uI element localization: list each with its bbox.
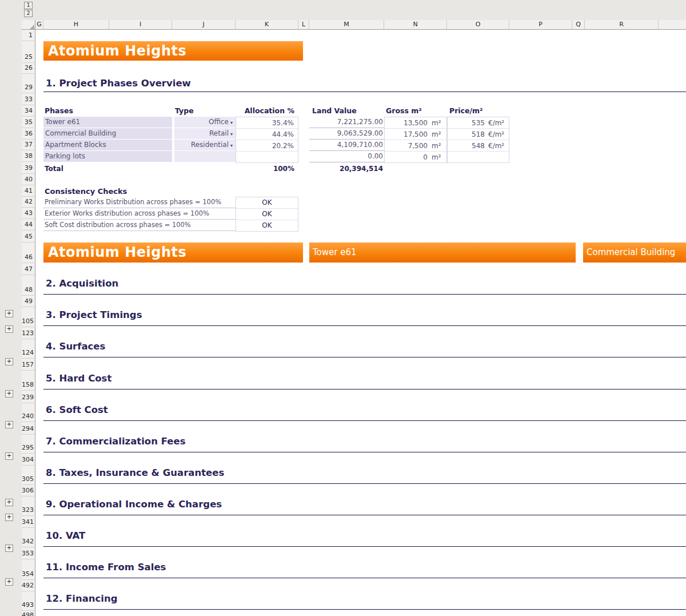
row-header-323[interactable]: 323 bbox=[22, 504, 34, 516]
column-outline-level-2-button[interactable]: 2 bbox=[24, 10, 33, 17]
expand-group-button[interactable]: + bbox=[5, 358, 13, 365]
row-header-37[interactable]: 37 bbox=[22, 139, 34, 150]
expand-group-button[interactable]: + bbox=[5, 390, 13, 398]
row-header-306[interactable]: 306 bbox=[22, 485, 34, 496]
column-header-J[interactable]: J bbox=[172, 20, 236, 29]
price-value: 535 bbox=[448, 118, 485, 128]
row-header-304[interactable]: 304 bbox=[22, 454, 34, 466]
type-value: Office bbox=[209, 118, 229, 126]
row-header-41[interactable]: 41 bbox=[22, 185, 34, 197]
row-header-40[interactable]: 40 bbox=[22, 174, 34, 185]
allocation-cell[interactable]: 44.4% bbox=[236, 129, 298, 140]
row-header-45[interactable]: 45 bbox=[22, 231, 34, 243]
expand-group-button[interactable]: + bbox=[5, 421, 13, 428]
row-header-158[interactable]: 158 bbox=[22, 379, 34, 391]
phase-cell[interactable]: Tower e61 bbox=[43, 117, 172, 128]
gross-value: 17,500 bbox=[385, 129, 428, 140]
land-value-cell[interactable]: 0.00 bbox=[309, 151, 384, 162]
row-header-157[interactable]: 157 bbox=[22, 359, 34, 371]
allocation-cell[interactable] bbox=[236, 152, 298, 163]
row-header-29[interactable]: 29 bbox=[22, 82, 34, 93]
row-header-124[interactable]: 124 bbox=[22, 347, 34, 359]
column-header-I[interactable]: I bbox=[109, 20, 172, 29]
land-value-cell[interactable]: 7,221,275.00 bbox=[309, 117, 384, 128]
column-header-R[interactable]: R bbox=[585, 20, 659, 29]
table-header-phases: Phases bbox=[45, 105, 73, 117]
type-dropdown-cell[interactable] bbox=[174, 151, 236, 162]
expand-group-button[interactable]: + bbox=[5, 310, 13, 317]
row-header-46[interactable]: 46 bbox=[22, 252, 34, 263]
row-header-493[interactable]: 493 bbox=[22, 599, 34, 611]
gross-area-cell[interactable]: 17,500m² bbox=[385, 129, 446, 140]
section-divider bbox=[43, 357, 686, 357]
price-cell[interactable]: 535€/m² bbox=[448, 117, 509, 129]
total-land-value: 20,394,514 bbox=[309, 163, 383, 174]
row-header-35[interactable]: 35 bbox=[22, 117, 34, 128]
phase-cell[interactable]: Apartment Blocks bbox=[43, 140, 172, 150]
land-value-cell[interactable]: 4,109,710.00 bbox=[309, 140, 384, 151]
price-cell[interactable]: 518€/m² bbox=[448, 129, 509, 140]
expand-group-button[interactable]: + bbox=[5, 499, 13, 506]
column-header-G[interactable]: G bbox=[35, 20, 43, 29]
row-header-498[interactable]: 498 bbox=[22, 610, 34, 616]
row-header-48[interactable]: 48 bbox=[22, 284, 34, 296]
row-header-354[interactable]: 354 bbox=[22, 569, 34, 580]
type-dropdown-cell[interactable]: Office▾ bbox=[174, 117, 236, 128]
row-header-342[interactable]: 342 bbox=[22, 536, 34, 547]
phase-cell[interactable]: Commercial Building bbox=[43, 128, 172, 139]
row-header-33[interactable]: 33 bbox=[22, 94, 34, 105]
row-header-25[interactable]: 25 bbox=[22, 51, 34, 63]
row-header-1[interactable]: 1 bbox=[22, 30, 34, 41]
row-header-240[interactable]: 240 bbox=[22, 411, 34, 422]
section-heading: 4. Surfaces bbox=[46, 339, 105, 354]
column-header-N[interactable]: N bbox=[384, 20, 447, 29]
row-header-294[interactable]: 294 bbox=[22, 423, 34, 435]
row-header-353[interactable]: 353 bbox=[22, 548, 34, 559]
column-header-M[interactable]: M bbox=[309, 20, 384, 29]
expand-group-button[interactable]: + bbox=[5, 325, 13, 333]
row-header-36[interactable]: 36 bbox=[22, 128, 34, 140]
gross-area-cell[interactable]: 0m² bbox=[385, 152, 446, 163]
phase-tab-commercial-building[interactable]: Commercial Building bbox=[583, 243, 686, 263]
expand-group-button[interactable]: + bbox=[5, 578, 13, 586]
gross-area-cell[interactable]: 7,500m² bbox=[385, 140, 446, 152]
land-value-cell[interactable]: 9,063,529.00 bbox=[309, 128, 384, 140]
row-header-105[interactable]: 105 bbox=[22, 316, 34, 327]
phase-tab-tower-e61[interactable]: Tower e61 bbox=[309, 243, 576, 263]
allocation-cell[interactable]: 20.2% bbox=[236, 140, 298, 152]
gross-area-column: 13,500m²17,500m²7,500m²0m² bbox=[384, 117, 447, 163]
row-header-123[interactable]: 123 bbox=[22, 328, 34, 339]
column-outline-level-1-button[interactable]: 1 bbox=[24, 2, 33, 9]
column-header-H[interactable]: H bbox=[43, 20, 109, 29]
column-header-P[interactable]: P bbox=[509, 20, 572, 29]
expand-group-button[interactable]: + bbox=[5, 514, 13, 521]
row-header-39[interactable]: 39 bbox=[22, 162, 34, 174]
column-header-O[interactable]: O bbox=[447, 20, 509, 29]
expand-group-button[interactable]: + bbox=[5, 452, 13, 460]
row-header-43[interactable]: 43 bbox=[22, 208, 34, 219]
expand-group-button[interactable]: + bbox=[5, 545, 13, 552]
row-header-34[interactable]: 34 bbox=[22, 105, 34, 117]
phase-cell[interactable]: Parking lots bbox=[43, 151, 172, 162]
row-header-341[interactable]: 341 bbox=[22, 516, 34, 528]
row-header-26[interactable]: 26 bbox=[22, 62, 34, 74]
column-header-Q[interactable]: Q bbox=[572, 20, 585, 29]
row-header-44[interactable]: 44 bbox=[22, 219, 34, 230]
row-header-305[interactable]: 305 bbox=[22, 474, 34, 485]
row-header-239[interactable]: 239 bbox=[22, 392, 34, 403]
row-header-49[interactable]: 49 bbox=[22, 296, 34, 307]
row-header-42[interactable]: 42 bbox=[22, 196, 34, 208]
allocation-cell[interactable]: 35.4% bbox=[236, 117, 298, 129]
section-divider bbox=[43, 609, 686, 610]
row-header-47[interactable]: 47 bbox=[22, 264, 34, 275]
price-cell[interactable] bbox=[448, 152, 509, 163]
row-header-492[interactable]: 492 bbox=[22, 580, 34, 591]
gross-area-cell[interactable]: 13,500m² bbox=[385, 117, 446, 129]
row-header-295[interactable]: 295 bbox=[22, 442, 34, 454]
type-dropdown-cell[interactable]: Retail▾ bbox=[174, 128, 236, 139]
column-header-K[interactable]: K bbox=[236, 20, 298, 29]
price-cell[interactable]: 548€/m² bbox=[448, 140, 509, 152]
row-header-38[interactable]: 38 bbox=[22, 150, 34, 162]
column-header-L[interactable]: L bbox=[298, 20, 309, 29]
type-dropdown-cell[interactable]: Residential▾ bbox=[174, 140, 236, 150]
